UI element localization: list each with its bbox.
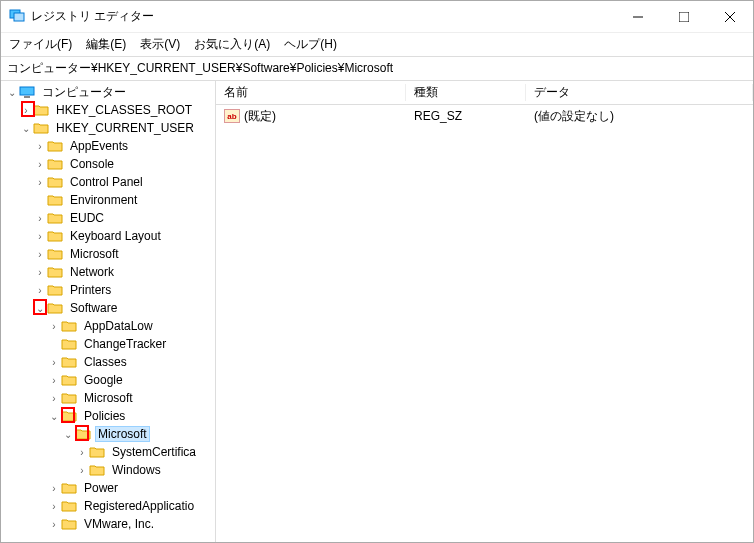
column-data[interactable]: データ bbox=[526, 84, 753, 101]
folder-icon bbox=[47, 193, 63, 207]
tree-selected[interactable]: Microsoft bbox=[95, 426, 150, 442]
svg-rect-7 bbox=[24, 96, 30, 98]
tree-item[interactable]: EUDC bbox=[67, 211, 107, 225]
chevron-down-icon[interactable]: ⌄ bbox=[33, 303, 47, 314]
chevron-right-icon[interactable]: › bbox=[75, 447, 89, 458]
menu-file[interactable]: ファイル(F) bbox=[9, 36, 72, 53]
chevron-right-icon[interactable]: › bbox=[33, 285, 47, 296]
tree-item[interactable]: Printers bbox=[67, 283, 114, 297]
folder-icon bbox=[47, 265, 63, 279]
chevron-right-icon[interactable]: › bbox=[47, 375, 61, 386]
menu-view[interactable]: 表示(V) bbox=[140, 36, 180, 53]
tree-item[interactable]: Environment bbox=[67, 193, 140, 207]
folder-icon bbox=[61, 409, 77, 423]
tree-item[interactable]: Network bbox=[67, 265, 117, 279]
list-pane: 名前 種類 データ ab(既定) REG_SZ (値の設定なし) bbox=[216, 81, 753, 542]
computer-icon bbox=[19, 85, 35, 99]
tree-item[interactable]: AppDataLow bbox=[81, 319, 156, 333]
folder-icon bbox=[47, 247, 63, 261]
tree-item[interactable]: Microsoft bbox=[67, 247, 122, 261]
chevron-right-icon[interactable]: › bbox=[47, 321, 61, 332]
tree-root[interactable]: コンピューター bbox=[39, 84, 129, 101]
folder-icon bbox=[47, 139, 63, 153]
value-name: (既定) bbox=[244, 108, 276, 125]
tree-item[interactable]: ChangeTracker bbox=[81, 337, 169, 351]
tree-policies[interactable]: Policies bbox=[81, 409, 128, 423]
folder-icon bbox=[33, 121, 49, 135]
value-type: REG_SZ bbox=[414, 109, 462, 123]
tree-hkcu[interactable]: HKEY_CURRENT_USER bbox=[53, 121, 197, 135]
folder-icon bbox=[47, 229, 63, 243]
folder-icon bbox=[89, 445, 105, 459]
string-icon: ab bbox=[224, 109, 240, 123]
folder-icon bbox=[47, 283, 63, 297]
folder-icon bbox=[61, 319, 77, 333]
folder-icon bbox=[47, 157, 63, 171]
maximize-button[interactable] bbox=[661, 1, 707, 33]
value-data: (値の設定なし) bbox=[534, 108, 614, 125]
chevron-right-icon[interactable]: › bbox=[33, 267, 47, 278]
tree-item[interactable]: VMware, Inc. bbox=[81, 517, 157, 531]
svg-rect-1 bbox=[14, 13, 24, 21]
svg-rect-6 bbox=[20, 87, 34, 95]
tree-item[interactable]: Console bbox=[67, 157, 117, 171]
folder-icon bbox=[47, 211, 63, 225]
chevron-down-icon[interactable]: ⌄ bbox=[19, 123, 33, 134]
tree-item[interactable]: RegisteredApplicatio bbox=[81, 499, 197, 513]
chevron-right-icon[interactable]: › bbox=[47, 393, 61, 404]
folder-icon bbox=[61, 517, 77, 531]
close-button[interactable] bbox=[707, 1, 753, 33]
folder-icon bbox=[61, 391, 77, 405]
chevron-down-icon[interactable]: ⌄ bbox=[5, 87, 19, 98]
folder-icon bbox=[47, 175, 63, 189]
folder-icon bbox=[61, 499, 77, 513]
folder-icon bbox=[75, 427, 91, 441]
window-title: レジストリ エディター bbox=[31, 8, 154, 25]
folder-icon bbox=[89, 463, 105, 477]
chevron-right-icon[interactable]: › bbox=[19, 105, 33, 116]
column-type[interactable]: 種類 bbox=[406, 84, 526, 101]
folder-icon bbox=[61, 481, 77, 495]
tree-item[interactable]: Power bbox=[81, 481, 121, 495]
column-name[interactable]: 名前 bbox=[216, 84, 406, 101]
chevron-down-icon[interactable]: ⌄ bbox=[47, 411, 61, 422]
tree-item[interactable]: Windows bbox=[109, 463, 164, 477]
app-icon bbox=[9, 7, 25, 26]
tree-item[interactable]: Classes bbox=[81, 355, 130, 369]
chevron-right-icon[interactable]: › bbox=[33, 177, 47, 188]
chevron-right-icon[interactable]: › bbox=[47, 357, 61, 368]
svg-rect-3 bbox=[679, 12, 689, 22]
tree-item[interactable]: SystemCertifica bbox=[109, 445, 199, 459]
menu-favorites[interactable]: お気に入り(A) bbox=[194, 36, 270, 53]
chevron-right-icon[interactable]: › bbox=[47, 519, 61, 530]
menu-help[interactable]: ヘルプ(H) bbox=[284, 36, 337, 53]
chevron-right-icon[interactable]: › bbox=[33, 249, 47, 260]
folder-icon bbox=[61, 337, 77, 351]
tree-item[interactable]: AppEvents bbox=[67, 139, 131, 153]
folder-icon bbox=[61, 355, 77, 369]
tree-item[interactable]: Keyboard Layout bbox=[67, 229, 164, 243]
tree-item[interactable]: Microsoft bbox=[81, 391, 136, 405]
folder-icon bbox=[61, 373, 77, 387]
folder-icon bbox=[47, 301, 63, 315]
address-path[interactable]: コンピューター¥HKEY_CURRENT_USER¥Software¥Polic… bbox=[7, 60, 393, 77]
menu-edit[interactable]: 編集(E) bbox=[86, 36, 126, 53]
chevron-right-icon[interactable]: › bbox=[33, 231, 47, 242]
chevron-right-icon[interactable]: › bbox=[75, 465, 89, 476]
minimize-button[interactable] bbox=[615, 1, 661, 33]
tree-pane[interactable]: ⌄コンピューター ›HKEY_CLASSES_ROOT ⌄HKEY_CURREN… bbox=[1, 81, 216, 542]
chevron-right-icon[interactable]: › bbox=[33, 159, 47, 170]
tree-hkcr[interactable]: HKEY_CLASSES_ROOT bbox=[53, 103, 195, 117]
chevron-down-icon[interactable]: ⌄ bbox=[61, 429, 75, 440]
chevron-right-icon[interactable]: › bbox=[33, 141, 47, 152]
folder-icon bbox=[33, 103, 49, 117]
chevron-right-icon[interactable]: › bbox=[33, 213, 47, 224]
tree-item[interactable]: Control Panel bbox=[67, 175, 146, 189]
tree-item[interactable]: Google bbox=[81, 373, 126, 387]
chevron-right-icon[interactable]: › bbox=[47, 501, 61, 512]
list-row[interactable]: ab(既定) REG_SZ (値の設定なし) bbox=[216, 107, 753, 125]
chevron-right-icon[interactable]: › bbox=[47, 483, 61, 494]
tree-software[interactable]: Software bbox=[67, 301, 120, 315]
